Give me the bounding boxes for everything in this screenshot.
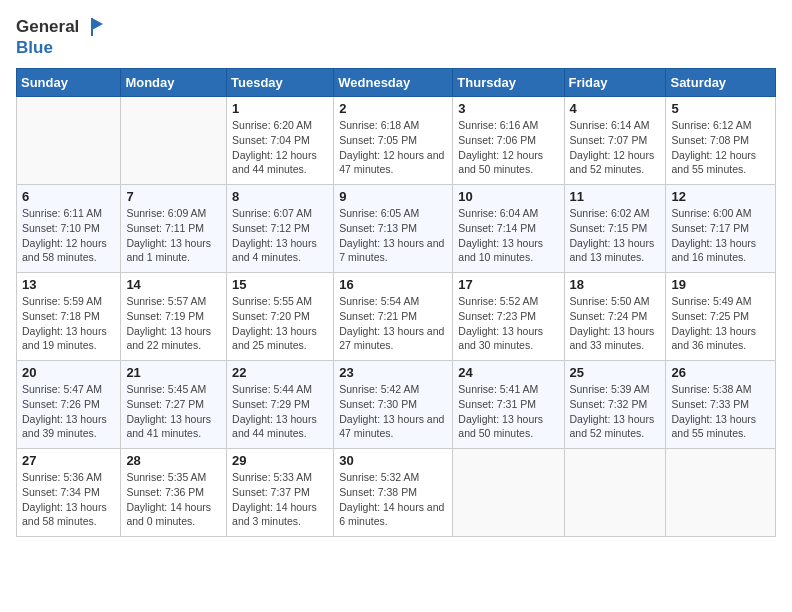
calendar-cell: 26Sunrise: 5:38 AMSunset: 7:33 PMDayligh…: [666, 361, 776, 449]
day-number: 17: [458, 277, 558, 292]
calendar-cell: 23Sunrise: 5:42 AMSunset: 7:30 PMDayligh…: [334, 361, 453, 449]
day-info: Sunrise: 5:47 AMSunset: 7:26 PMDaylight:…: [22, 382, 115, 441]
calendar-cell: 2Sunrise: 6:18 AMSunset: 7:05 PMDaylight…: [334, 97, 453, 185]
day-info: Sunrise: 6:05 AMSunset: 7:13 PMDaylight:…: [339, 206, 447, 265]
week-row-4: 20Sunrise: 5:47 AMSunset: 7:26 PMDayligh…: [17, 361, 776, 449]
calendar-cell: 30Sunrise: 5:32 AMSunset: 7:38 PMDayligh…: [334, 449, 453, 537]
day-number: 10: [458, 189, 558, 204]
day-number: 13: [22, 277, 115, 292]
calendar-cell: 22Sunrise: 5:44 AMSunset: 7:29 PMDayligh…: [227, 361, 334, 449]
calendar-cell: [453, 449, 564, 537]
header: General Blue: [16, 16, 776, 58]
calendar-cell: 17Sunrise: 5:52 AMSunset: 7:23 PMDayligh…: [453, 273, 564, 361]
weekday-header-monday: Monday: [121, 69, 227, 97]
day-info: Sunrise: 5:39 AMSunset: 7:32 PMDaylight:…: [570, 382, 661, 441]
day-number: 9: [339, 189, 447, 204]
day-number: 24: [458, 365, 558, 380]
day-info: Sunrise: 5:32 AMSunset: 7:38 PMDaylight:…: [339, 470, 447, 529]
day-info: Sunrise: 6:00 AMSunset: 7:17 PMDaylight:…: [671, 206, 770, 265]
day-number: 25: [570, 365, 661, 380]
calendar-cell: 3Sunrise: 6:16 AMSunset: 7:06 PMDaylight…: [453, 97, 564, 185]
calendar-cell: 18Sunrise: 5:50 AMSunset: 7:24 PMDayligh…: [564, 273, 666, 361]
weekday-header-row: SundayMondayTuesdayWednesdayThursdayFrid…: [17, 69, 776, 97]
calendar-cell: 28Sunrise: 5:35 AMSunset: 7:36 PMDayligh…: [121, 449, 227, 537]
week-row-5: 27Sunrise: 5:36 AMSunset: 7:34 PMDayligh…: [17, 449, 776, 537]
calendar-cell: 27Sunrise: 5:36 AMSunset: 7:34 PMDayligh…: [17, 449, 121, 537]
calendar-cell: 14Sunrise: 5:57 AMSunset: 7:19 PMDayligh…: [121, 273, 227, 361]
day-number: 26: [671, 365, 770, 380]
day-number: 16: [339, 277, 447, 292]
day-info: Sunrise: 5:50 AMSunset: 7:24 PMDaylight:…: [570, 294, 661, 353]
day-number: 6: [22, 189, 115, 204]
day-number: 4: [570, 101, 661, 116]
day-info: Sunrise: 5:57 AMSunset: 7:19 PMDaylight:…: [126, 294, 221, 353]
weekday-header-wednesday: Wednesday: [334, 69, 453, 97]
day-number: 1: [232, 101, 328, 116]
calendar-cell: 9Sunrise: 6:05 AMSunset: 7:13 PMDaylight…: [334, 185, 453, 273]
day-info: Sunrise: 6:04 AMSunset: 7:14 PMDaylight:…: [458, 206, 558, 265]
calendar-table: SundayMondayTuesdayWednesdayThursdayFrid…: [16, 68, 776, 537]
day-info: Sunrise: 5:59 AMSunset: 7:18 PMDaylight:…: [22, 294, 115, 353]
weekday-header-sunday: Sunday: [17, 69, 121, 97]
svg-marker-0: [92, 18, 103, 30]
day-number: 19: [671, 277, 770, 292]
week-row-1: 1Sunrise: 6:20 AMSunset: 7:04 PMDaylight…: [17, 97, 776, 185]
calendar-cell: [17, 97, 121, 185]
calendar-cell: 13Sunrise: 5:59 AMSunset: 7:18 PMDayligh…: [17, 273, 121, 361]
calendar-cell: 29Sunrise: 5:33 AMSunset: 7:37 PMDayligh…: [227, 449, 334, 537]
day-number: 3: [458, 101, 558, 116]
calendar-cell: [564, 449, 666, 537]
day-number: 15: [232, 277, 328, 292]
day-number: 29: [232, 453, 328, 468]
day-info: Sunrise: 6:16 AMSunset: 7:06 PMDaylight:…: [458, 118, 558, 177]
calendar-cell: 25Sunrise: 5:39 AMSunset: 7:32 PMDayligh…: [564, 361, 666, 449]
calendar-cell: [666, 449, 776, 537]
day-info: Sunrise: 6:07 AMSunset: 7:12 PMDaylight:…: [232, 206, 328, 265]
day-info: Sunrise: 5:42 AMSunset: 7:30 PMDaylight:…: [339, 382, 447, 441]
day-info: Sunrise: 5:36 AMSunset: 7:34 PMDaylight:…: [22, 470, 115, 529]
weekday-header-saturday: Saturday: [666, 69, 776, 97]
day-info: Sunrise: 6:14 AMSunset: 7:07 PMDaylight:…: [570, 118, 661, 177]
day-info: Sunrise: 6:11 AMSunset: 7:10 PMDaylight:…: [22, 206, 115, 265]
day-info: Sunrise: 5:44 AMSunset: 7:29 PMDaylight:…: [232, 382, 328, 441]
calendar-cell: 12Sunrise: 6:00 AMSunset: 7:17 PMDayligh…: [666, 185, 776, 273]
day-info: Sunrise: 6:20 AMSunset: 7:04 PMDaylight:…: [232, 118, 328, 177]
day-number: 22: [232, 365, 328, 380]
calendar-cell: 24Sunrise: 5:41 AMSunset: 7:31 PMDayligh…: [453, 361, 564, 449]
day-number: 18: [570, 277, 661, 292]
day-number: 5: [671, 101, 770, 116]
day-number: 8: [232, 189, 328, 204]
day-number: 30: [339, 453, 447, 468]
logo: General Blue: [16, 16, 103, 58]
calendar-cell: 7Sunrise: 6:09 AMSunset: 7:11 PMDaylight…: [121, 185, 227, 273]
calendar-cell: 4Sunrise: 6:14 AMSunset: 7:07 PMDaylight…: [564, 97, 666, 185]
calendar-cell: 19Sunrise: 5:49 AMSunset: 7:25 PMDayligh…: [666, 273, 776, 361]
calendar-cell: 8Sunrise: 6:07 AMSunset: 7:12 PMDaylight…: [227, 185, 334, 273]
calendar-cell: 20Sunrise: 5:47 AMSunset: 7:26 PMDayligh…: [17, 361, 121, 449]
day-info: Sunrise: 5:41 AMSunset: 7:31 PMDaylight:…: [458, 382, 558, 441]
logo-general: General: [16, 17, 79, 37]
day-info: Sunrise: 6:12 AMSunset: 7:08 PMDaylight:…: [671, 118, 770, 177]
day-number: 7: [126, 189, 221, 204]
day-info: Sunrise: 5:52 AMSunset: 7:23 PMDaylight:…: [458, 294, 558, 353]
day-info: Sunrise: 6:18 AMSunset: 7:05 PMDaylight:…: [339, 118, 447, 177]
weekday-header-tuesday: Tuesday: [227, 69, 334, 97]
calendar-cell: 15Sunrise: 5:55 AMSunset: 7:20 PMDayligh…: [227, 273, 334, 361]
logo-flag-icon: [81, 16, 103, 38]
weekday-header-friday: Friday: [564, 69, 666, 97]
calendar-cell: 5Sunrise: 6:12 AMSunset: 7:08 PMDaylight…: [666, 97, 776, 185]
day-number: 28: [126, 453, 221, 468]
day-number: 2: [339, 101, 447, 116]
week-row-3: 13Sunrise: 5:59 AMSunset: 7:18 PMDayligh…: [17, 273, 776, 361]
day-number: 11: [570, 189, 661, 204]
day-info: Sunrise: 5:55 AMSunset: 7:20 PMDaylight:…: [232, 294, 328, 353]
logo-blue: Blue: [16, 38, 103, 58]
day-number: 14: [126, 277, 221, 292]
day-number: 12: [671, 189, 770, 204]
calendar-cell: 16Sunrise: 5:54 AMSunset: 7:21 PMDayligh…: [334, 273, 453, 361]
day-info: Sunrise: 6:02 AMSunset: 7:15 PMDaylight:…: [570, 206, 661, 265]
day-info: Sunrise: 5:33 AMSunset: 7:37 PMDaylight:…: [232, 470, 328, 529]
weekday-header-thursday: Thursday: [453, 69, 564, 97]
day-info: Sunrise: 6:09 AMSunset: 7:11 PMDaylight:…: [126, 206, 221, 265]
calendar-cell: 21Sunrise: 5:45 AMSunset: 7:27 PMDayligh…: [121, 361, 227, 449]
